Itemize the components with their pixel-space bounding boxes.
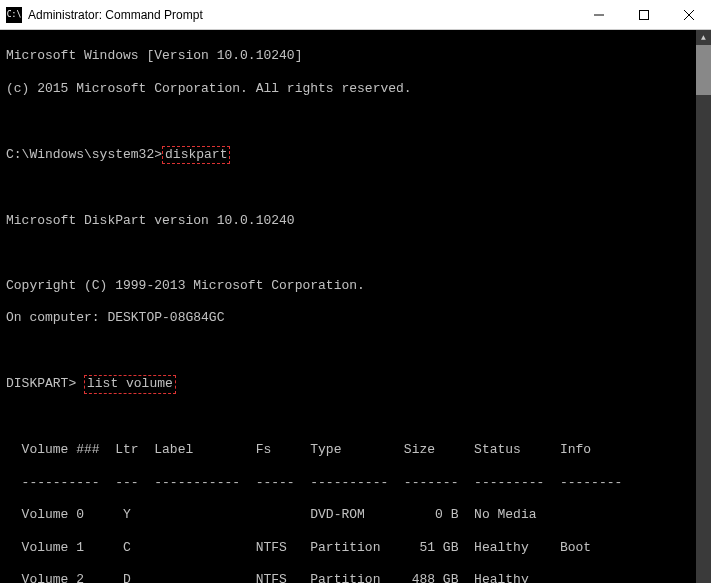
prompt: C:\Windows\system32> [6,147,162,162]
window-controls [576,0,711,29]
svg-rect-1 [639,10,648,19]
prompt-line: DISKPART> list volume [6,375,705,393]
close-button[interactable] [666,0,711,29]
blank-line [6,113,705,129]
command-list-volume: list volume [84,375,176,393]
command-diskpart: diskpart [162,146,230,164]
prompt: DISKPART> [6,376,84,391]
titlebar-left: C:\ Administrator: Command Prompt [6,7,203,23]
prompt-line: C:\Windows\system32>diskpart [6,146,705,164]
minimize-button[interactable] [576,0,621,29]
blank-line [6,180,705,196]
output-line: On computer: DESKTOP-08G84GC [6,310,705,326]
output-line: (c) 2015 Microsoft Corporation. All righ… [6,81,705,97]
output-line: Microsoft Windows [Version 10.0.10240] [6,48,705,64]
maximize-button[interactable] [621,0,666,29]
blank-line [6,410,705,426]
table-divider: ---------- --- ----------- ----- -------… [6,475,705,491]
table-row: Volume 0 Y DVD-ROM 0 B No Media [6,507,705,523]
blank-line [6,245,705,261]
table-row: Volume 2 D NTFS Partition 488 GB Healthy [6,572,705,583]
window-title: Administrator: Command Prompt [28,8,203,22]
output-line: Copyright (C) 1999-2013 Microsoft Corpor… [6,278,705,294]
vertical-scrollbar[interactable]: ▲ [696,30,711,583]
terminal-area[interactable]: Microsoft Windows [Version 10.0.10240] (… [0,30,711,583]
table-header: Volume ### Ltr Label Fs Type Size Status… [6,442,705,458]
window-titlebar: C:\ Administrator: Command Prompt [0,0,711,30]
cmd-icon: C:\ [6,7,22,23]
scroll-up-arrow-icon[interactable]: ▲ [696,30,711,45]
blank-line [6,343,705,359]
output-line: Microsoft DiskPart version 10.0.10240 [6,213,705,229]
scrollbar-thumb[interactable] [696,45,711,95]
table-row: Volume 1 C NTFS Partition 51 GB Healthy … [6,540,705,556]
